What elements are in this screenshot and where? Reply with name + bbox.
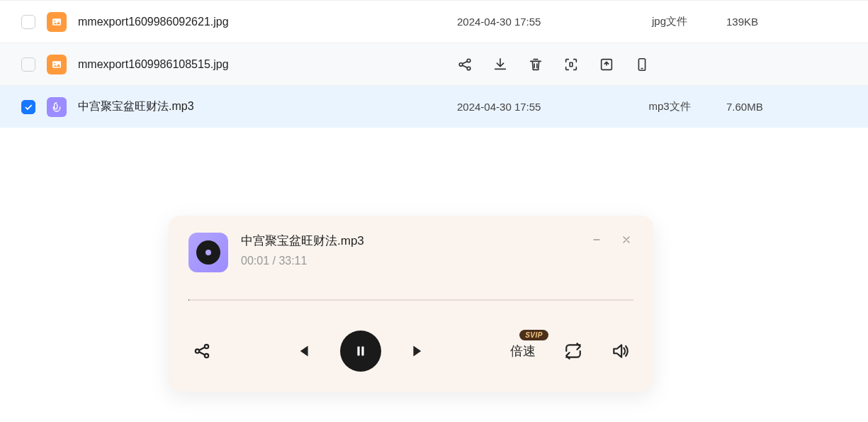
file-list: mmexport1609986092621.jpg 2024-04-30 17:… <box>0 0 868 128</box>
window-controls <box>590 233 633 247</box>
file-size: 139KB <box>726 16 847 28</box>
track-time: 00:01 / 33:11 <box>241 255 633 267</box>
file-type: mp3文件 <box>613 100 726 113</box>
minimize-button[interactable] <box>590 233 604 247</box>
image-file-icon <box>47 55 67 74</box>
svg-line-16 <box>199 348 205 350</box>
file-type: jpg文件 <box>613 15 726 28</box>
file-row[interactable]: mmexport1609986092621.jpg 2024-04-30 17:… <box>0 0 868 43</box>
playback-controls <box>293 331 428 372</box>
track-title: 中宫聚宝盆旺财法.mp3 <box>241 233 633 249</box>
file-name: mmexport1609986092621.jpg <box>78 16 457 28</box>
file-name: mmexport1609986108515.jpg <box>78 58 457 71</box>
album-art <box>188 233 228 272</box>
speed-label: 倍速 <box>510 344 536 358</box>
previous-button[interactable] <box>293 342 312 360</box>
svg-point-1 <box>54 20 55 21</box>
svip-badge: SVIP <box>519 330 548 340</box>
track-info: 中宫聚宝盆旺财法.mp3 00:01 / 33:11 <box>241 233 633 267</box>
svg-line-17 <box>199 352 205 355</box>
mobile-icon[interactable] <box>634 57 650 72</box>
scan-icon[interactable] <box>563 57 579 72</box>
file-row[interactable]: mmexport1609986108515.jpg <box>0 43 868 85</box>
progress-bar[interactable] <box>188 299 633 301</box>
speed-button[interactable]: SVIP 倍速 <box>510 343 536 360</box>
file-name: 中宫聚宝盆旺财法.mp3 <box>78 99 457 114</box>
svg-line-8 <box>462 65 467 67</box>
file-checkbox[interactable] <box>21 15 35 29</box>
volume-button[interactable] <box>611 342 629 360</box>
pause-button[interactable] <box>340 331 381 372</box>
collapse-icon[interactable] <box>599 57 614 72</box>
svg-rect-19 <box>361 347 363 356</box>
image-file-icon <box>47 12 67 32</box>
share-button[interactable] <box>193 342 211 360</box>
svg-point-3 <box>54 62 55 64</box>
record-icon <box>196 240 220 265</box>
file-checkbox[interactable] <box>21 57 35 72</box>
row-actions <box>457 57 847 72</box>
file-date: 2024-04-30 17:55 <box>457 16 613 28</box>
next-button[interactable] <box>410 342 428 360</box>
file-size: 7.60MB <box>726 101 847 113</box>
loop-button[interactable] <box>564 342 582 360</box>
svg-rect-18 <box>357 347 359 356</box>
audio-file-icon <box>47 97 67 117</box>
extra-controls: SVIP 倍速 <box>510 342 629 360</box>
download-icon[interactable] <box>492 57 508 72</box>
file-date: 2024-04-30 17:55 <box>457 101 613 113</box>
file-row[interactable]: 中宫聚宝盆旺财法.mp3 2024-04-30 17:55 mp3文件 7.60… <box>0 85 868 128</box>
delete-icon[interactable] <box>528 57 543 72</box>
file-checkbox[interactable] <box>21 100 35 114</box>
share-icon[interactable] <box>457 57 473 72</box>
svg-line-7 <box>462 61 467 64</box>
player-controls: SVIP 倍速 <box>188 331 633 372</box>
progress-fill <box>188 299 189 301</box>
close-button[interactable] <box>619 233 633 247</box>
audio-player: 中宫聚宝盆旺财法.mp3 00:01 / 33:11 <box>169 216 653 392</box>
player-header: 中宫聚宝盆旺财法.mp3 00:01 / 33:11 <box>188 233 633 272</box>
